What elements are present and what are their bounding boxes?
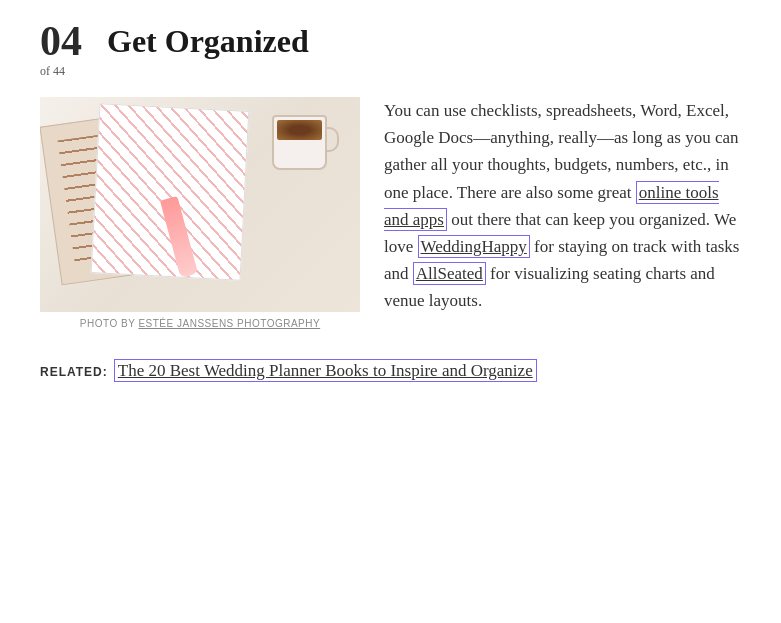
article-header: 04 of 44 Get Organized: [40, 20, 741, 79]
slide-total: of 44: [40, 64, 65, 79]
top-content: PHOTO BY ESTÉE JANSSENS PHOTOGRAPHY You …: [40, 97, 741, 329]
slide-number: 04: [40, 20, 82, 62]
photo-credit-link[interactable]: ESTÉE JANSSENS PHOTOGRAPHY: [138, 318, 320, 329]
related-section: RELATED:The 20 Best Wedding Planner Book…: [40, 357, 741, 384]
slide-title: Get Organized: [107, 20, 309, 59]
related-label: RELATED:: [40, 365, 108, 379]
image-block: PHOTO BY ESTÉE JANSSENS PHOTOGRAPHY: [40, 97, 360, 329]
photo-credit: PHOTO BY ESTÉE JANSSENS PHOTOGRAPHY: [80, 318, 320, 329]
allseated-link[interactable]: AllSeated: [413, 262, 486, 285]
content-area: PHOTO BY ESTÉE JANSSENS PHOTOGRAPHY You …: [40, 97, 741, 384]
related-link[interactable]: The 20 Best Wedding Planner Books to Ins…: [114, 359, 537, 382]
slide-number-block: 04 of 44: [40, 20, 95, 79]
text-block-right: You can use checklists, spreadsheets, Wo…: [384, 97, 741, 315]
article-image: [40, 97, 360, 312]
wedding-happy-link[interactable]: WeddingHappy: [418, 235, 530, 258]
